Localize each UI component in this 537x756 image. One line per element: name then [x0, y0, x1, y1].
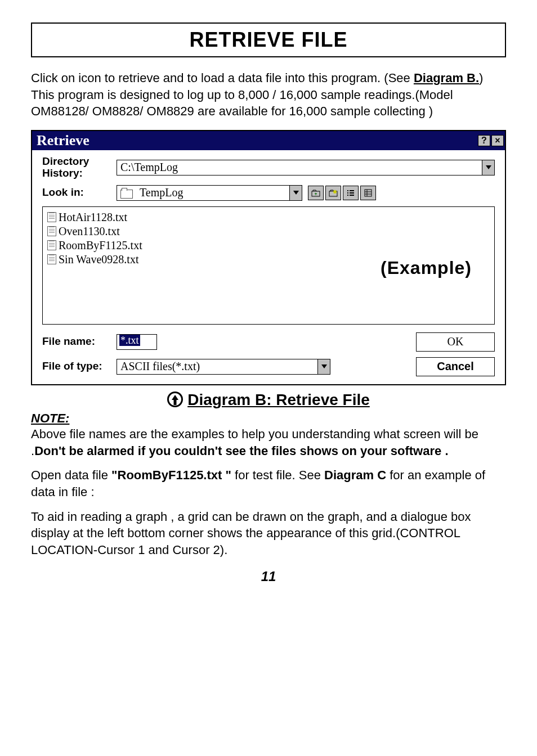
- look-in-label: Look in:: [42, 187, 117, 199]
- example-watermark: (Example): [381, 258, 472, 278]
- directory-history-dropdown-button[interactable]: [482, 160, 494, 175]
- file-name-value: *.txt: [119, 335, 140, 346]
- document-icon: [47, 226, 56, 236]
- details-icon: [364, 188, 373, 197]
- cancel-button[interactable]: Cancel: [416, 357, 495, 376]
- svg-rect-7: [350, 195, 354, 196]
- file-name-label: File name:: [42, 336, 117, 348]
- look-in-dropdown-button[interactable]: [289, 186, 302, 200]
- file-type-combo-wrapper: ASCII files(*.txt): [117, 359, 416, 375]
- dialog-titlebar: Retrieve ? ×: [32, 131, 505, 150]
- folder-up-icon: [311, 188, 320, 197]
- svg-rect-3: [347, 192, 348, 194]
- note-paragraph-1: Above file names are the examples to hel…: [31, 426, 506, 459]
- new-folder-button[interactable]: [325, 186, 341, 200]
- file-list[interactable]: HotAir1128.txt Oven1130.txt RoomByF1125.…: [42, 206, 495, 325]
- look-in-toolbar: [308, 186, 376, 200]
- list-icon: [346, 188, 355, 197]
- up-arrow-icon: [167, 392, 183, 407]
- file-name-input[interactable]: *.txt: [117, 334, 157, 350]
- directory-history-combo[interactable]: C:\TempLog: [117, 160, 495, 176]
- file-item[interactable]: HotAir1128.txt: [47, 210, 490, 224]
- directory-history-label: Directory History:: [42, 156, 117, 179]
- file-name-text: Oven1130.txt: [59, 224, 120, 238]
- diagram-c-reference: Diagram C: [324, 468, 386, 482]
- folder-new-icon: [329, 188, 338, 197]
- folder-icon: [120, 188, 133, 198]
- svg-rect-5: [350, 190, 354, 191]
- close-button[interactable]: ×: [491, 135, 504, 146]
- up-one-level-button[interactable]: [308, 186, 324, 200]
- file-type-value: ASCII files(*.txt): [117, 360, 317, 373]
- note-text: for test file. See: [231, 468, 324, 482]
- chevron-down-icon: [321, 364, 327, 368]
- file-name-text: Sin Wave0928.txt: [59, 253, 138, 267]
- diagram-caption-text: Diagram B: Retrieve File: [187, 391, 370, 408]
- file-type-label: File of type:: [42, 361, 117, 372]
- document-icon: [47, 254, 56, 264]
- svg-rect-2: [347, 190, 348, 191]
- svg-rect-6: [350, 192, 354, 194]
- chevron-down-icon: [486, 165, 491, 169]
- svg-rect-4: [347, 195, 348, 196]
- file-item[interactable]: Oven1130.txt: [47, 224, 490, 238]
- diagram-caption: Diagram B: Retrieve File: [31, 391, 506, 409]
- file-item[interactable]: RoomByF1125.txt: [47, 238, 490, 253]
- dialog-title: Retrieve: [37, 132, 90, 149]
- note-text: Open data file: [31, 468, 111, 482]
- page-number: 11: [31, 569, 506, 584]
- file-name-text: RoomByF1125.txt: [59, 238, 142, 253]
- file-type-dropdown-button[interactable]: [317, 359, 330, 374]
- note-heading: NOTE:: [31, 411, 506, 426]
- svg-rect-8: [365, 190, 372, 196]
- note-paragraph-2: Open data file "RoomByF1125.txt " for te…: [31, 467, 506, 500]
- intro-text-1: Click on icon to retrieve and to load a …: [31, 71, 414, 85]
- page-title: RETRIEVE FILE: [31, 22, 506, 57]
- help-button[interactable]: ?: [478, 135, 490, 146]
- list-view-button[interactable]: [343, 186, 359, 200]
- chevron-down-icon: [293, 191, 299, 195]
- file-name-text: HotAir1128.txt: [59, 210, 127, 224]
- ok-button[interactable]: OK: [416, 332, 495, 352]
- file-name-input-wrapper: *.txt: [117, 334, 416, 350]
- look-in-combo[interactable]: TempLog: [117, 185, 302, 201]
- test-file-name: "RoomByF1125.txt ": [111, 468, 231, 482]
- diagram-b-reference: Diagram B.: [414, 71, 479, 85]
- intro-paragraph: Click on icon to retrieve and to load a …: [31, 70, 506, 120]
- note-paragraph-3: To aid in reading a graph , a grid can b…: [31, 508, 506, 559]
- file-type-combo[interactable]: ASCII files(*.txt): [117, 359, 330, 375]
- document-icon: [47, 240, 56, 250]
- details-view-button[interactable]: [360, 186, 376, 200]
- note-emphasis: Don't be alarmed if you couldn't see the…: [34, 444, 448, 458]
- document-icon: [47, 212, 56, 222]
- retrieve-dialog: Retrieve ? × Directory History: C:\TempL…: [31, 130, 506, 385]
- directory-history-value: C:\TempLog: [117, 161, 482, 174]
- look-in-value: TempLog: [136, 186, 289, 199]
